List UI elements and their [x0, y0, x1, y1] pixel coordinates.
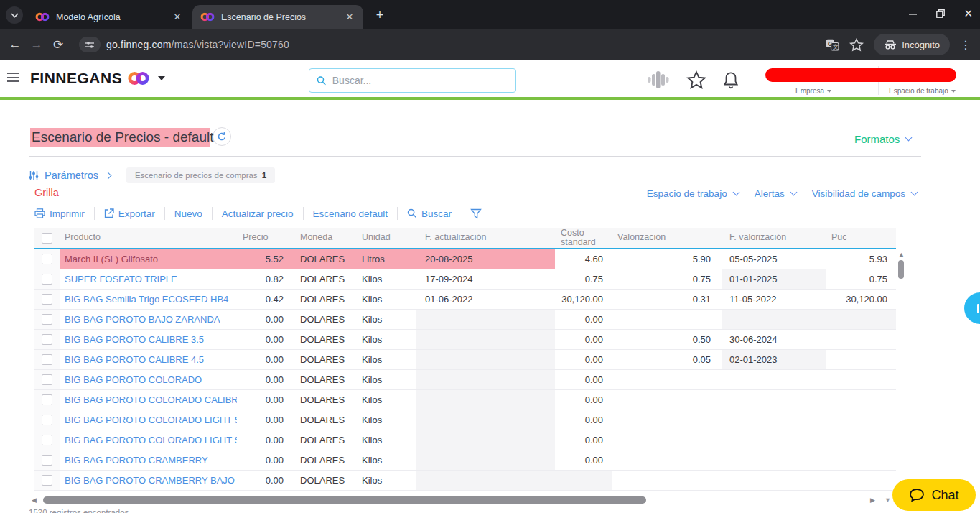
close-window-button[interactable]: ✕	[963, 7, 973, 20]
favorites-star-icon[interactable]	[686, 70, 706, 90]
row-checkbox[interactable]	[42, 455, 52, 466]
bookmark-star-icon[interactable]	[849, 38, 864, 52]
forward-button[interactable]: →	[26, 37, 47, 52]
refresh-button[interactable]	[213, 127, 231, 146]
product-link[interactable]: BIG BAG POROTO COLORADO LIGHT S	[60, 410, 237, 430]
row-checkbox[interactable]	[42, 314, 52, 325]
search-input[interactable]	[332, 75, 508, 86]
escenario-default-button[interactable]: Escenario default	[304, 208, 397, 219]
select-all-checkbox[interactable]	[42, 233, 52, 244]
row-checkbox[interactable]	[42, 354, 52, 365]
grid-header-cell[interactable]: Valorización	[612, 228, 722, 248]
row-checkbox[interactable]	[42, 475, 52, 486]
row-checkbox-cell[interactable]	[34, 249, 60, 269]
row-checkbox[interactable]	[42, 435, 52, 445]
new-tab-button[interactable]: +	[372, 7, 388, 23]
reload-button[interactable]: ⟳	[47, 37, 69, 52]
site-info-button[interactable]	[79, 37, 101, 52]
table-row[interactable]: BIG BAG POROTO CRAMBERRY BAJO0.00DOLARES…	[34, 471, 896, 491]
table-row[interactable]: BIG BAG POROTO COLORADO LIGHT S0.00DOLAR…	[34, 430, 896, 450]
notifications-bell-icon[interactable]	[722, 70, 739, 90]
table-row[interactable]: BIG BAG POROTO COLORADO CALIBRE0.00DOLAR…	[34, 390, 896, 410]
product-link[interactable]: BIG BAG Semilla Trigo ECOSEED HB4	[60, 290, 237, 309]
workspace-selector[interactable]: Espacio de trabajo	[889, 87, 956, 95]
table-row[interactable]: BIG BAG POROTO CALIBRE 4.50.00DOLARESKil…	[34, 350, 896, 370]
row-checkbox[interactable]	[42, 374, 52, 385]
parameter-chip[interactable]: Escenario de precios de compras1	[126, 167, 275, 183]
product-link[interactable]: BIG BAG POROTO COLORADO	[60, 370, 237, 389]
row-checkbox[interactable]	[42, 415, 52, 425]
grilla-tab[interactable]: Grilla	[34, 187, 59, 198]
exportar-button[interactable]: Exportar	[95, 208, 164, 219]
browser-tab-inactive[interactable]: Modelo Agrícola ✕	[27, 5, 191, 29]
scroll-right-icon[interactable]: ▶	[870, 497, 875, 504]
row-checkbox-cell[interactable]	[34, 471, 60, 490]
row-checkbox-cell[interactable]	[34, 269, 60, 289]
grid-header-cell[interactable]: Unidad	[355, 228, 416, 248]
browser-tab-active[interactable]: Escenario de Precios ✕	[192, 5, 363, 29]
workspace-dropdown[interactable]: Espacio de trabajo	[647, 188, 739, 199]
table-row[interactable]: BIG BAG Semilla Trigo ECOSEED HB40.42DOL…	[34, 290, 896, 310]
row-checkbox-cell[interactable]	[34, 350, 60, 369]
nuevo-button[interactable]: Nuevo	[165, 208, 212, 219]
grid-header-cell[interactable]: Precio	[237, 228, 291, 248]
brand-logo[interactable]: FINNEGANS	[30, 70, 165, 87]
product-link[interactable]: BIG BAG POROTO CALIBRE 3.5	[60, 330, 237, 349]
tab-close-icon[interactable]: ✕	[171, 11, 184, 24]
product-link[interactable]: BIG BAG POROTO BAJO ZARANDA	[60, 310, 237, 329]
scroll-left-icon[interactable]: ◀	[32, 497, 37, 504]
product-link[interactable]: BIG BAG POROTO COLORADO LIGHT S	[60, 430, 237, 450]
global-search[interactable]	[309, 68, 516, 93]
voice-assistant-icon[interactable]	[646, 69, 671, 91]
grid-header-cell[interactable]: F. actualización	[416, 228, 555, 248]
row-checkbox-cell[interactable]	[34, 330, 60, 349]
chat-button[interactable]: Chat	[892, 479, 976, 511]
scroll-up-icon[interactable]: ▲	[898, 251, 905, 258]
table-row[interactable]: BIG BAG POROTO CALIBRE 3.50.00DOLARESKil…	[34, 330, 896, 350]
address-bar[interactable]: go.finneg.com/mas/vista?viewID=50760	[106, 39, 289, 50]
row-checkbox[interactable]	[42, 394, 52, 405]
tab-search-button[interactable]	[6, 6, 23, 24]
table-row[interactable]: SUPER FOSFATO TRIPLE0.82DOLARESKilos17-0…	[34, 269, 896, 290]
horizontal-scroll-thumb[interactable]	[43, 496, 646, 504]
imprimir-button[interactable]: Imprimir	[34, 208, 94, 219]
minimize-button[interactable]	[909, 9, 918, 18]
row-checkbox-cell[interactable]	[34, 410, 60, 430]
grid-header-cell[interactable]: Moneda	[291, 228, 355, 248]
row-checkbox-cell[interactable]	[34, 370, 60, 389]
actualizar-precio-button[interactable]: Actualizar precio	[213, 208, 303, 219]
table-row[interactable]: BIG BAG POROTO CRAMBERRY0.00DOLARESKilos…	[34, 450, 896, 471]
product-link[interactable]: BIG BAG POROTO COLORADO CALIBRE	[60, 390, 237, 410]
visibilidad-dropdown[interactable]: Visibilidad de campos	[812, 188, 917, 199]
empresa-selector[interactable]: Empresa	[795, 87, 831, 95]
vertical-scroll-thumb[interactable]	[898, 260, 904, 279]
product-link[interactable]: SUPER FOSFATO TRIPLE	[60, 269, 237, 289]
incognito-badge[interactable]: Incógnito	[874, 34, 950, 55]
row-checkbox-cell[interactable]	[34, 290, 60, 309]
side-pause-fab[interactable]	[964, 292, 980, 324]
row-checkbox[interactable]	[42, 274, 52, 285]
select-all-cell[interactable]	[34, 228, 60, 248]
grid-header-cell[interactable]: Costo standard	[555, 228, 612, 248]
table-row[interactable]: BIG BAG POROTO COLORADO0.00DOLARESKilos0…	[34, 370, 896, 390]
row-checkbox-cell[interactable]	[34, 450, 60, 470]
parametros-toggle[interactable]: Parámetros	[29, 170, 111, 181]
browser-menu-icon[interactable]: ⋮	[960, 38, 971, 52]
hamburger-menu-icon[interactable]	[7, 73, 19, 82]
grid-header-cell[interactable]: Producto	[60, 228, 237, 248]
buscar-button[interactable]: Buscar	[398, 208, 461, 219]
row-checkbox[interactable]	[42, 294, 52, 305]
filter-button[interactable]	[461, 208, 491, 219]
table-row[interactable]: BIG BAG POROTO BAJO ZARANDA0.00DOLARESKi…	[34, 310, 896, 330]
row-checkbox[interactable]	[42, 254, 52, 264]
row-checkbox-cell[interactable]	[34, 310, 60, 329]
tab-close-icon[interactable]: ✕	[343, 11, 356, 24]
back-button[interactable]: ←	[4, 37, 26, 52]
horizontal-scrollbar[interactable]: ◀ ▶ ▼	[32, 495, 902, 505]
row-checkbox[interactable]	[42, 334, 52, 345]
grid-header-cell[interactable]: Puc	[826, 228, 896, 248]
table-row[interactable]: BIG BAG POROTO COLORADO LIGHT S0.00DOLAR…	[34, 410, 896, 430]
product-link[interactable]: BIG BAG POROTO CALIBRE 4.5	[60, 350, 237, 369]
alertas-dropdown[interactable]: Alertas	[755, 188, 796, 199]
product-link[interactable]: BIG BAG POROTO CRAMBERRY	[60, 450, 237, 470]
